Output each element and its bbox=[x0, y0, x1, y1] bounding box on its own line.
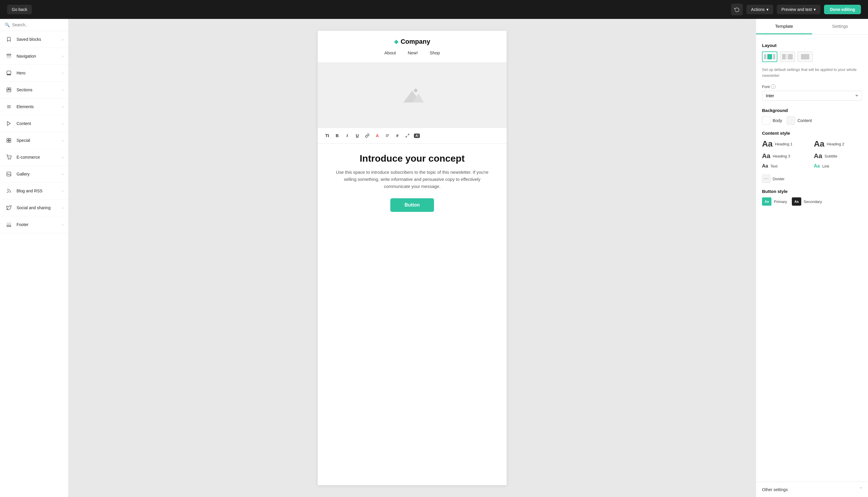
other-settings-section[interactable]: Other settings ˅ bbox=[756, 482, 868, 497]
layout-option-1[interactable] bbox=[762, 52, 777, 62]
topbar-left: Go back bbox=[7, 5, 32, 14]
sidebar-item-hero[interactable]: Hero › bbox=[0, 65, 68, 82]
sidebar-item-special[interactable]: Special › bbox=[0, 132, 68, 149]
hero-icon bbox=[5, 69, 13, 77]
sidebar-item-footer[interactable]: Footer › bbox=[0, 216, 68, 233]
sidebar-item-label: Footer bbox=[16, 222, 28, 227]
tab-template[interactable]: Template bbox=[756, 19, 812, 34]
social-icon bbox=[5, 203, 13, 212]
done-editing-button[interactable]: Done editing bbox=[824, 5, 861, 14]
bg-body-swatch[interactable] bbox=[762, 116, 770, 125]
style-heading2[interactable]: Aа Heading 2 bbox=[814, 139, 863, 148]
toolbar-link-btn[interactable] bbox=[363, 131, 372, 140]
navigation-icon bbox=[5, 52, 13, 60]
font-info-icon[interactable]: i bbox=[771, 84, 776, 89]
heading1-label: Heading 1 bbox=[775, 142, 792, 146]
sidebar-item-label: Navigation bbox=[16, 54, 36, 58]
right-panel: Template Settings Layout bbox=[756, 19, 868, 497]
toolbar-bold-btn[interactable]: B bbox=[333, 131, 342, 140]
toolbar-italic-btn[interactable]: I bbox=[342, 131, 352, 140]
elements-icon bbox=[5, 102, 13, 111]
sidebar-item-social[interactable]: Social and sharing › bbox=[0, 199, 68, 216]
text-label: Text bbox=[770, 164, 777, 168]
layout-option-2[interactable] bbox=[780, 52, 795, 62]
chevron-right-icon: › bbox=[62, 87, 63, 92]
bg-body-label: Body bbox=[773, 118, 782, 123]
style-heading1[interactable]: Aа Heading 1 bbox=[762, 139, 810, 148]
nav-link-new[interactable]: New! bbox=[408, 50, 418, 55]
bg-content-label: Content bbox=[797, 118, 812, 123]
layout-section-label: Layout bbox=[762, 43, 862, 48]
sidebar-item-saved-blocks[interactable]: Saved blocks › bbox=[0, 31, 68, 48]
style-text[interactable]: Aa Text bbox=[762, 164, 810, 169]
content-style-grid: Aа Heading 1 Aа Heading 2 Aa Heading 3 A… bbox=[762, 139, 862, 169]
svg-point-16 bbox=[7, 193, 8, 193]
btn-primary-label: Primary bbox=[774, 199, 787, 204]
actions-button[interactable]: Actions ▾ bbox=[746, 5, 773, 14]
main-area: 🔍 Saved blocks › bbox=[0, 19, 868, 497]
svg-rect-6 bbox=[9, 88, 11, 89]
nav-link-about[interactable]: About bbox=[384, 50, 396, 55]
font-select[interactable]: Inter Arial Georgia Helvetica Roboto bbox=[762, 91, 862, 101]
sidebar: 🔍 Saved blocks › bbox=[0, 19, 69, 497]
chevron-right-icon: › bbox=[62, 155, 63, 159]
sidebar-item-content[interactable]: Content › bbox=[0, 115, 68, 132]
ai-badge[interactable]: AI bbox=[414, 133, 420, 138]
toolbar-expand-btn[interactable] bbox=[403, 131, 412, 140]
btn-secondary-item[interactable]: Aa Secondary bbox=[792, 197, 822, 205]
sections-icon bbox=[5, 86, 13, 94]
nav-link-shop[interactable]: Shop bbox=[430, 50, 440, 55]
email-cta-button[interactable]: Button bbox=[390, 198, 434, 212]
sidebar-item-blog-rss[interactable]: Blog and RSS › bbox=[0, 183, 68, 199]
preview-button[interactable]: Preview and test ▾ bbox=[777, 5, 821, 14]
bookmark-icon bbox=[5, 35, 13, 43]
canvas-area: ◆ Company About New! Shop Tt bbox=[69, 19, 756, 497]
text-formatting-toolbar: Tt B I U A # AI bbox=[318, 128, 506, 144]
toolbar-color-btn[interactable]: A bbox=[372, 131, 382, 140]
svg-rect-0 bbox=[7, 54, 11, 55]
svg-rect-3 bbox=[7, 71, 11, 74]
svg-rect-9 bbox=[7, 138, 9, 140]
search-input[interactable] bbox=[12, 23, 63, 27]
search-bar: 🔍 bbox=[0, 19, 68, 31]
sidebar-item-label: Special bbox=[16, 138, 30, 143]
toolbar-underline-btn[interactable]: U bbox=[353, 131, 362, 140]
chevron-right-icon: › bbox=[62, 54, 63, 58]
btn-primary-item[interactable]: Aa Primary bbox=[762, 197, 787, 205]
chevron-right-icon: › bbox=[62, 172, 63, 176]
email-heading[interactable]: Introduce your concept bbox=[332, 153, 492, 164]
style-divider[interactable]: Divider bbox=[762, 175, 862, 183]
chevron-right-icon: › bbox=[62, 121, 63, 126]
style-heading3[interactable]: Aa Heading 3 bbox=[762, 152, 810, 160]
blog-icon bbox=[5, 187, 13, 195]
sidebar-item-navigation[interactable]: Navigation › bbox=[0, 48, 68, 65]
toolbar-tag-btn[interactable]: # bbox=[393, 131, 402, 140]
email-header: ◆ Company About New! Shop bbox=[318, 31, 506, 63]
style-subtitle[interactable]: Aa Subtitle bbox=[814, 152, 863, 160]
tab-settings[interactable]: Settings bbox=[812, 19, 868, 34]
bg-body-item: Body bbox=[762, 116, 782, 125]
mountain-placeholder-icon bbox=[400, 86, 424, 104]
background-options: Body Content bbox=[762, 116, 862, 125]
layout-option-3[interactable] bbox=[797, 52, 813, 62]
sidebar-item-elements[interactable]: Elements › bbox=[0, 98, 68, 115]
sidebar-item-sections[interactable]: Sections › bbox=[0, 82, 68, 98]
topbar: Go back Actions ▾ Preview and test ▾ Don… bbox=[0, 0, 868, 19]
toolbar-align-btn[interactable] bbox=[383, 131, 392, 140]
link-label: Link bbox=[822, 164, 829, 168]
svg-rect-17 bbox=[7, 223, 11, 223]
sidebar-item-gallery[interactable]: Gallery › bbox=[0, 166, 68, 183]
font-label: Font i bbox=[762, 84, 862, 89]
go-back-button[interactable]: Go back bbox=[7, 5, 32, 14]
email-body-text[interactable]: Use this space to introduce subscribers … bbox=[332, 169, 492, 190]
toolbar-text-btn[interactable]: Tt bbox=[322, 131, 332, 140]
bg-content-swatch[interactable] bbox=[787, 116, 795, 125]
email-container: ◆ Company About New! Shop Tt bbox=[318, 31, 506, 485]
style-link[interactable]: Aa Link bbox=[814, 164, 863, 169]
sidebar-item-label: Social and sharing bbox=[16, 205, 50, 210]
special-icon bbox=[5, 136, 13, 144]
subtitle-preview: Aa bbox=[814, 152, 822, 160]
sidebar-item-ecommerce[interactable]: E-commerce › bbox=[0, 149, 68, 166]
history-button[interactable] bbox=[731, 3, 743, 15]
chevron-right-icon: › bbox=[62, 205, 63, 210]
